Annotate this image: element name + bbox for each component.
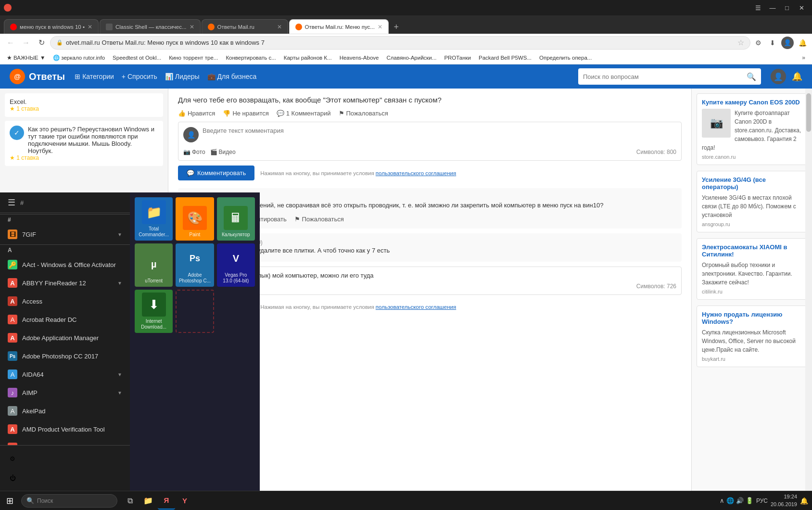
bookmarks-more[interactable]: » — [799, 53, 808, 62]
tile-paint[interactable]: 🎨 Paint — [176, 197, 214, 241]
like-btn-1[interactable]: 👍 Нравится — [178, 110, 215, 117]
policy-text-2: Нажимая на кнопку, вы принимаете условия… — [260, 304, 456, 310]
tab-3-close[interactable]: ✕ — [277, 24, 282, 30]
ad-1-title[interactable]: Купите камеру Canon EOS 200D — [702, 99, 802, 106]
taskbar-explorer[interactable]: 📁 — [140, 492, 157, 510]
tile-vegas[interactable]: V Vegas Pro 13.0 (64-bit) — [217, 243, 255, 287]
minimize-button[interactable]: ☰ — [751, 2, 765, 13]
tab-1-favicon — [10, 24, 17, 30]
extensions-icon[interactable]: ⚙ — [752, 37, 764, 49]
app-aact[interactable]: 🔑 AAct - Windows & Office Activator — [0, 255, 130, 274]
bookmark-important[interactable]: ★ ВАЖНЫЕ ▼ — [4, 53, 48, 62]
hamburger-menu[interactable]: ☰ — [8, 197, 15, 208]
photo-btn[interactable]: 📷 Фото — [183, 149, 205, 155]
bottom-power[interactable]: ⏻ — [0, 469, 130, 487]
site-logo[interactable]: @ Ответы — [10, 69, 65, 84]
policy-link-1[interactable]: пользовательского соглашения — [376, 170, 456, 176]
tile-total-commander[interactable]: 📁 Total Commander... — [135, 197, 173, 241]
ad-4-title[interactable]: Нужно продать лицензию Windows? — [702, 311, 802, 325]
ad-2-title[interactable]: Усиление 3G/4G (все операторы) — [702, 176, 802, 191]
tab-2-close[interactable]: ✕ — [190, 24, 194, 30]
bookmark-protanki[interactable]: PROТанки — [441, 54, 474, 62]
app-aimp-expand: ▼ — [117, 390, 122, 395]
tray-up-icon[interactable]: ∧ — [720, 497, 724, 504]
notification-icon[interactable]: 🔔 — [797, 37, 808, 49]
video-btn[interactable]: 🎬 Видео — [210, 149, 236, 155]
tray-volume-icon[interactable]: 🔊 — [736, 497, 744, 504]
taskbar-browser-2[interactable]: Y — [176, 492, 193, 510]
nav-leaders[interactable]: 📊 Лидеры — [165, 73, 200, 80]
notifications-bell[interactable]: 🔔 — [792, 71, 802, 82]
app-adobe-manager[interactable]: A Adobe Application Manager — [0, 329, 130, 347]
maximize-button[interactable]: □ — [780, 2, 794, 13]
address-bar[interactable]: 🔒 otvet.mail.ru Ответы Mail.ru: Меню пус… — [50, 36, 750, 50]
tab-3[interactable]: Ответы Mail.ru ✕ — [202, 19, 288, 34]
new-tab-button[interactable]: + — [390, 20, 403, 34]
app-7gif[interactable]: 🎞 7GIF ▼ — [0, 225, 130, 243]
nav-business[interactable]: 💼 Для бизнеса — [207, 73, 257, 80]
scrollbar-thumb[interactable] — [806, 93, 811, 132]
report-btn-1[interactable]: ⚑ Пожаловаться — [339, 110, 388, 117]
taskbar-task-view[interactable]: ⧉ — [121, 492, 139, 510]
tile-idm[interactable]: ⬇ Internet Download... — [135, 290, 173, 333]
tab-1[interactable]: меню пуск в windows 10 • ✕ — [4, 19, 99, 34]
ad-3-title[interactable]: Электросамокаты XIAOMI в Ситилинк! — [702, 243, 802, 258]
refresh-button[interactable]: ↻ — [35, 36, 48, 50]
bookmark-rutor[interactable]: 🌐 зеркало rutor.info — [50, 53, 108, 62]
app-acrobat[interactable]: A Acrobat Reader DC — [0, 310, 130, 329]
search-icon[interactable]: 🔍 — [747, 72, 756, 81]
forward-button[interactable]: → — [19, 36, 33, 50]
site-scrollbar[interactable] — [805, 89, 812, 491]
search-input[interactable] — [583, 73, 744, 80]
nav-ask[interactable]: + Спросить — [122, 73, 157, 80]
app-amd-ryzen[interactable]: A AMD Ryzen Master ▼ — [0, 438, 130, 445]
language-indicator[interactable]: РУС — [756, 497, 768, 504]
app-aimp[interactable]: ♪ AIMP ▼ — [0, 383, 130, 402]
comments-btn-1[interactable]: 💬 1 Комментарий — [277, 110, 331, 117]
bookmark-packard[interactable]: Packard Bell P5WS... — [476, 54, 534, 62]
restore-button[interactable]: — — [766, 2, 779, 13]
bookmark-determine[interactable]: Определить опера... — [536, 54, 595, 62]
bookmark-convert[interactable]: Конвертировать с... — [223, 54, 279, 62]
close-button[interactable]: ✕ — [795, 2, 808, 13]
start-button[interactable]: ⊞ — [0, 491, 19, 510]
back-button[interactable]: ← — [4, 36, 17, 50]
dislike-btn-1[interactable]: 👎 Не нравится — [223, 110, 268, 117]
profile-icon[interactable]: 👤 — [781, 37, 794, 49]
bookmark-icon[interactable]: ☆ — [737, 38, 744, 47]
tab-1-close[interactable]: ✕ — [88, 24, 92, 30]
tray-battery-icon[interactable]: 🔋 — [746, 497, 753, 504]
taskbar-yandex[interactable]: Я — [158, 492, 175, 510]
bookmark-speedtest-label: Speedtest ot Ookl... — [113, 55, 161, 61]
app-access[interactable]: A Access — [0, 292, 130, 310]
tray-network-icon[interactable]: 🌐 — [726, 497, 734, 504]
app-photoshop[interactable]: Ps Adobe Photoshop CC 2017 — [0, 347, 130, 365]
tab-4-close[interactable]: ✕ — [378, 24, 382, 30]
bookmark-speedtest[interactable]: Speedtest ot Ookl... — [110, 54, 164, 62]
submit-comment-btn-1[interactable]: 💬 Комментировать — [178, 166, 254, 180]
nav-categories[interactable]: ⊞ Категории — [75, 73, 114, 80]
bookmark-kino[interactable]: Кино торрент тре... — [166, 54, 221, 62]
header-search[interactable]: 🔍 — [578, 68, 761, 85]
app-abbyy[interactable]: A ABBYY FineReader 12 ▼ — [0, 274, 130, 292]
report-answer-1[interactable]: ⚑ Пожаловаться — [294, 216, 344, 223]
policy-link-2[interactable]: пользовательского соглашения — [376, 304, 456, 310]
download-icon[interactable]: ⬇ — [767, 37, 778, 49]
bookmark-maps[interactable]: Карты районов К... — [281, 54, 335, 62]
tab-2[interactable]: Classic Shell — классичес... ✕ — [100, 19, 201, 34]
comment-textarea-1[interactable] — [203, 127, 676, 149]
app-aida64[interactable]: A AIDA64 ▼ — [0, 365, 130, 383]
bookmark-slavic[interactable]: Славяно-Арийски... — [383, 54, 439, 62]
bottom-gear[interactable]: ⚙ — [0, 449, 130, 468]
taskbar-search[interactable]: 🔍 Поиск — [21, 494, 117, 508]
tile-photoshop[interactable]: Ps Adobe Photoshop C... — [176, 243, 214, 287]
notifications-icon[interactable]: 🔔 — [800, 497, 808, 505]
bookmark-heavens[interactable]: Heavens-Above — [337, 54, 382, 62]
tile-calculator[interactable]: 🖩 Калькулятор — [217, 197, 255, 241]
app-amd-verify[interactable]: A AMD Product Verification Tool — [0, 420, 130, 438]
system-clock[interactable]: 19:24 20.06.2019 — [771, 493, 797, 508]
app-akelpad[interactable]: A AkelPad — [0, 402, 130, 420]
tab-4[interactable]: Ответы Mail.ru: Меню пус... ✕ — [289, 19, 389, 34]
tile-utorrent[interactable]: µ uTorrent — [135, 243, 173, 287]
user-avatar[interactable]: 👤 — [771, 69, 786, 84]
